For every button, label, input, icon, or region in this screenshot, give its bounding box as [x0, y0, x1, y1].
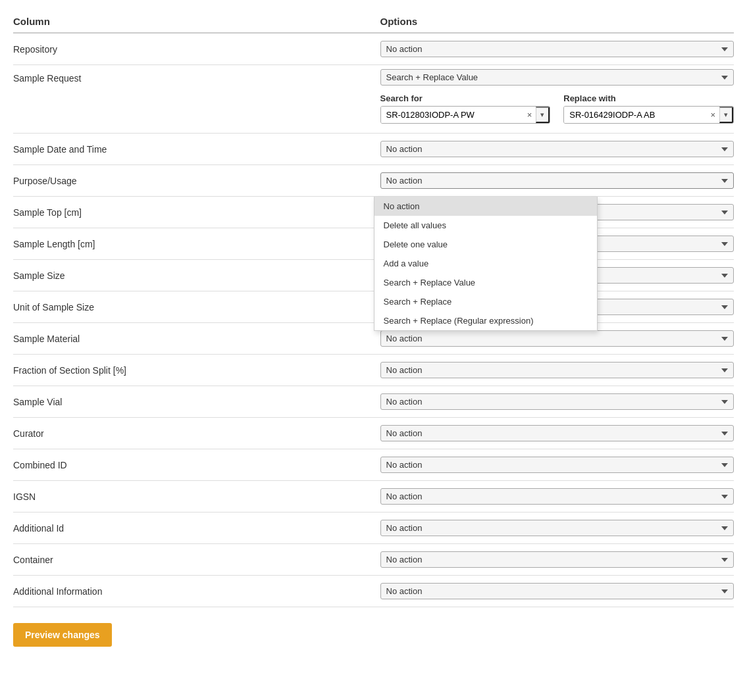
- table-row-igsn: IGSNNo actionDelete all valuesDelete one…: [13, 481, 734, 512]
- options-column-igsn: No actionDelete all valuesDelete one val…: [374, 488, 734, 505]
- column-label-sample-size: Sample Size: [13, 266, 374, 285]
- column-label-unit-sample-size: Unit of Sample Size: [13, 298, 374, 316]
- options-column-sample-material: No actionDelete all valuesDelete one val…: [374, 330, 734, 347]
- column-label-sample-request: Sample Request: [13, 69, 374, 88]
- column-label-fraction-section-split: Fraction of Section Split [%]: [13, 361, 374, 380]
- action-select-combined-id[interactable]: No actionDelete all valuesDelete one val…: [380, 457, 734, 473]
- options-column-purpose-usage: No actionDelete all valuesDelete one val…: [374, 172, 734, 189]
- action-select-igsn[interactable]: No actionDelete all valuesDelete one val…: [380, 488, 734, 505]
- replace-input-sample-request[interactable]: [564, 107, 706, 123]
- dropdown-item-delete-all-values[interactable]: Delete all values: [374, 216, 597, 235]
- rows-container: RepositoryNo actionDelete all valuesDele…: [13, 34, 734, 607]
- action-select-curator[interactable]: No actionDelete all valuesDelete one val…: [380, 425, 734, 441]
- table-row-sample-vial: Sample VialNo actionDelete all valuesDel…: [13, 386, 734, 418]
- search-input-sample-request[interactable]: [381, 107, 523, 123]
- column-label-sample-material: Sample Material: [13, 330, 374, 348]
- options-column-container: No actionDelete all valuesDelete one val…: [374, 551, 734, 568]
- replace-dropdown-button[interactable]: ▾: [719, 107, 733, 123]
- options-column-combined-id: No actionDelete all valuesDelete one val…: [374, 457, 734, 473]
- table-row-fraction-section-split: Fraction of Section Split [%]No actionDe…: [13, 355, 734, 386]
- table-row-purpose-usage: Purpose/UsageNo actionDelete all valuesD…: [13, 165, 734, 197]
- search-dropdown-button[interactable]: ▾: [536, 107, 550, 123]
- column-label-sample-date-time: Sample Date and Time: [13, 140, 374, 159]
- table-row-combined-id: Combined IDNo actionDelete all valuesDel…: [13, 449, 734, 481]
- action-select-additional-id[interactable]: No actionDelete all valuesDelete one val…: [380, 520, 734, 536]
- replace-input-wrapper: ×▾: [563, 106, 734, 124]
- table-row-additional-id: Additional IdNo actionDelete all valuesD…: [13, 512, 734, 544]
- preview-changes-button[interactable]: Preview changes: [13, 623, 112, 647]
- column-label-combined-id: Combined ID: [13, 456, 374, 474]
- column-label-purpose-usage: Purpose/Usage: [13, 172, 374, 190]
- column-label-repository: Repository: [13, 40, 374, 59]
- dropdown-item-search--replace-regular-expression[interactable]: Search + Replace (Regular expression): [374, 311, 597, 330]
- search-clear-button[interactable]: ×: [523, 107, 536, 122]
- table-row-sample-date-time: Sample Date and TimeNo actionDelete all …: [13, 134, 734, 165]
- action-select-sample-request[interactable]: No actionDelete all valuesDelete one val…: [380, 69, 734, 86]
- options-column-curator: No actionDelete all valuesDelete one val…: [374, 425, 734, 441]
- dropdown-item-search--replace-value[interactable]: Search + Replace Value: [374, 273, 597, 292]
- search-replace-inputs: ×▾×▾: [380, 106, 734, 124]
- options-column-sample-vial: No actionDelete all valuesDelete one val…: [374, 393, 734, 410]
- dropdown-overlay-purpose-usage: No actionDelete all valuesDelete one val…: [374, 197, 598, 331]
- main-container: Column Options RepositoryNo actionDelete…: [0, 0, 747, 657]
- search-input-wrapper: ×▾: [380, 106, 551, 124]
- options-header: Options: [374, 16, 734, 27]
- column-label-sample-vial: Sample Vial: [13, 393, 374, 411]
- action-select-sample-material[interactable]: No actionDelete all valuesDelete one val…: [380, 330, 734, 347]
- column-label-sample-length: Sample Length [cm]: [13, 235, 374, 253]
- column-label-curator: Curator: [13, 424, 374, 443]
- options-column-repository: No actionDelete all valuesDelete one val…: [374, 41, 734, 57]
- column-label-additional-id: Additional Id: [13, 519, 374, 538]
- replace-clear-button[interactable]: ×: [706, 107, 719, 122]
- action-select-additional-information[interactable]: No actionDelete all valuesDelete one val…: [380, 583, 734, 599]
- search-replace-section-sample-request: Search forReplace with×▾×▾: [380, 88, 734, 126]
- column-label-sample-top: Sample Top [cm]: [13, 203, 374, 222]
- dropdown-item-add-a-value[interactable]: Add a value: [374, 254, 597, 273]
- action-select-container[interactable]: No actionDelete all valuesDelete one val…: [380, 551, 734, 568]
- search-for-label: Search for: [380, 93, 551, 103]
- options-column-sample-date-time: No actionDelete all valuesDelete one val…: [374, 141, 734, 157]
- table-header: Column Options: [13, 11, 734, 34]
- dropdown-item-search--replace[interactable]: Search + Replace: [374, 292, 597, 311]
- action-select-fraction-section-split[interactable]: No actionDelete all valuesDelete one val…: [380, 362, 734, 378]
- column-label-container: Container: [13, 551, 374, 569]
- action-select-sample-date-time[interactable]: No actionDelete all valuesDelete one val…: [380, 141, 734, 157]
- action-select-repository[interactable]: No actionDelete all valuesDelete one val…: [380, 41, 734, 57]
- action-select-purpose-usage[interactable]: No actionDelete all valuesDelete one val…: [380, 172, 734, 189]
- table-row-curator: CuratorNo actionDelete all valuesDelete …: [13, 418, 734, 449]
- column-label-igsn: IGSN: [13, 488, 374, 506]
- replace-with-label: Replace with: [563, 93, 734, 103]
- column-header: Column: [13, 16, 374, 27]
- options-column-sample-request: No actionDelete all valuesDelete one val…: [374, 69, 734, 126]
- column-label-additional-information: Additional Information: [13, 582, 374, 601]
- table-row-sample-request: Sample RequestNo actionDelete all values…: [13, 65, 734, 134]
- table-row-container: ContainerNo actionDelete all valuesDelet…: [13, 544, 734, 576]
- table-row-repository: RepositoryNo actionDelete all valuesDele…: [13, 34, 734, 65]
- dropdown-item-delete-one-value[interactable]: Delete one value: [374, 235, 597, 254]
- options-column-additional-information: No actionDelete all valuesDelete one val…: [374, 583, 734, 599]
- dropdown-item-no-action[interactable]: No action: [374, 197, 597, 216]
- options-column-fraction-section-split: No actionDelete all valuesDelete one val…: [374, 362, 734, 378]
- search-replace-labels: Search forReplace with: [380, 93, 734, 103]
- action-select-sample-vial[interactable]: No actionDelete all valuesDelete one val…: [380, 393, 734, 410]
- options-column-additional-id: No actionDelete all valuesDelete one val…: [374, 520, 734, 536]
- table-row-additional-information: Additional InformationNo actionDelete al…: [13, 576, 734, 607]
